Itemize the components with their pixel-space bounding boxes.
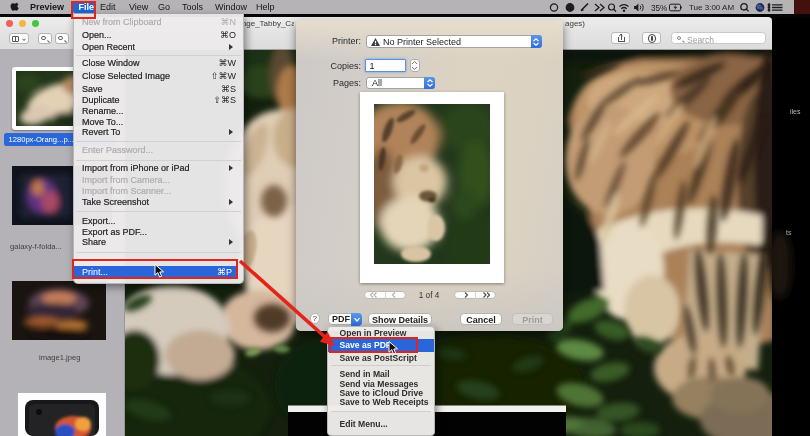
svg-text:35%: 35% — [651, 3, 667, 12]
svg-text:Tue 3:00 AM: Tue 3:00 AM — [689, 3, 734, 12]
svg-text:iles: iles — [790, 108, 801, 115]
svg-text:ts: ts — [786, 229, 792, 236]
